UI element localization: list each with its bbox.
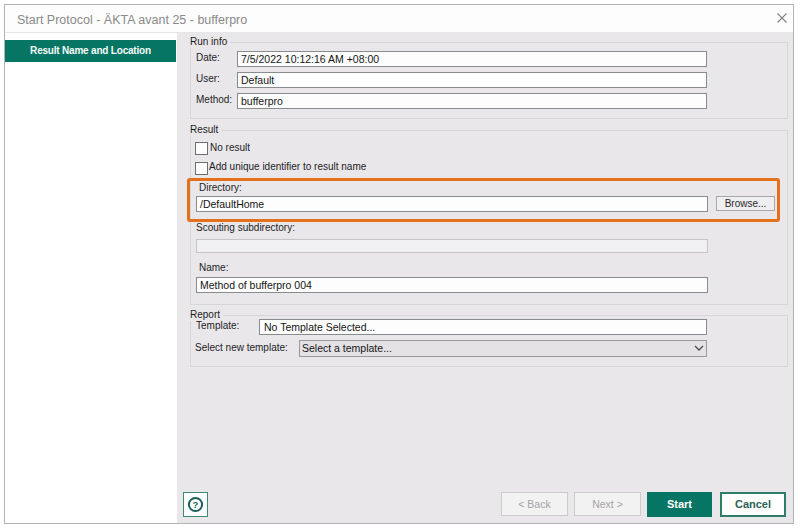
svg-text:?: ? [193,499,199,510]
